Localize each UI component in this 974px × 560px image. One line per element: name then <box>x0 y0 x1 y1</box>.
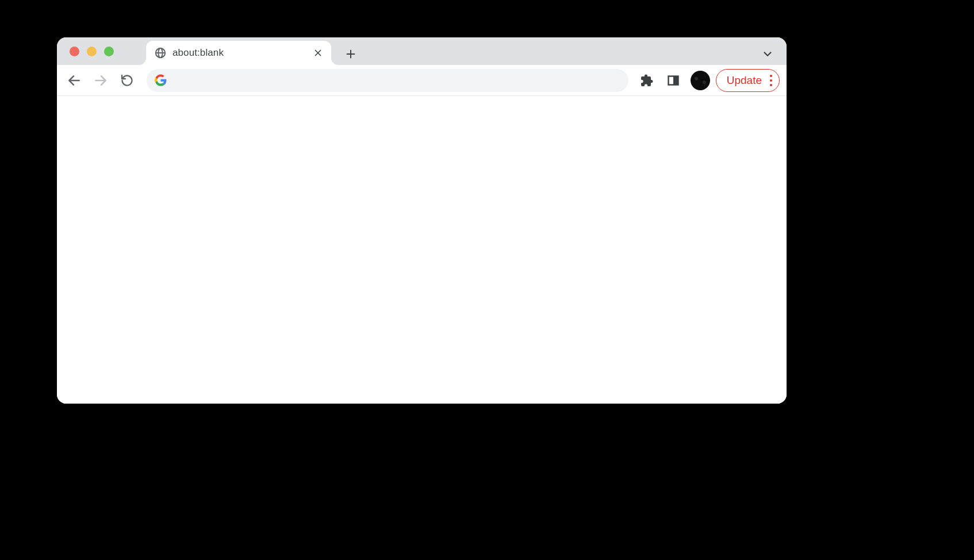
extensions-button[interactable] <box>635 69 658 92</box>
tab-strip: about:blank <box>57 37 787 65</box>
tab-close-button[interactable] <box>312 47 324 59</box>
address-input[interactable] <box>172 75 620 86</box>
window-controls <box>70 47 114 56</box>
google-logo-icon <box>155 74 167 86</box>
back-button[interactable] <box>63 69 86 92</box>
window-minimize-button[interactable] <box>87 47 97 56</box>
new-tab-button[interactable] <box>341 44 361 64</box>
browser-tab[interactable]: about:blank <box>146 41 331 65</box>
svg-rect-1 <box>673 76 678 85</box>
update-label: Update <box>727 74 762 87</box>
reload-button[interactable] <box>116 69 139 92</box>
browser-window: about:blank <box>57 37 787 404</box>
update-button[interactable]: Update <box>716 69 780 92</box>
globe-icon <box>154 47 167 59</box>
address-bar[interactable] <box>147 69 628 92</box>
tab-list-button[interactable] <box>758 44 777 64</box>
more-icon[interactable] <box>768 75 774 86</box>
page-content <box>57 96 787 404</box>
window-fullscreen-button[interactable] <box>104 47 114 56</box>
window-close-button[interactable] <box>70 47 79 56</box>
side-panel-button[interactable] <box>662 69 685 92</box>
forward-button[interactable] <box>89 69 112 92</box>
tab-title: about:blank <box>172 47 306 59</box>
toolbar: Update <box>57 65 787 96</box>
profile-avatar[interactable] <box>691 71 710 90</box>
